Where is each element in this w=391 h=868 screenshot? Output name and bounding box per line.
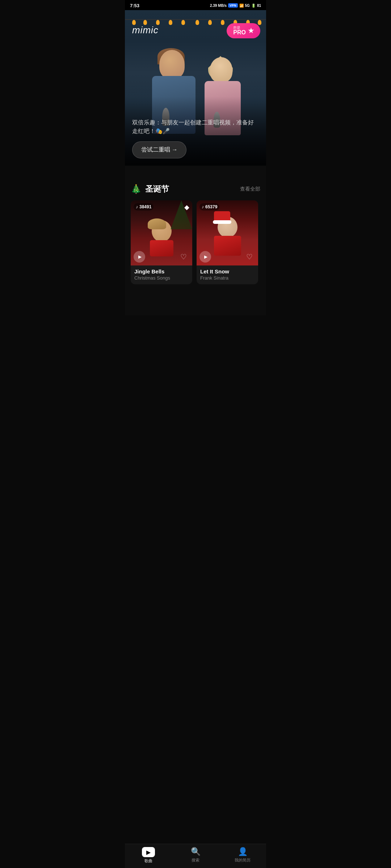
let-it-snow-actions: ▶ ♡ [199, 251, 255, 263]
battery-percent: 81 [257, 4, 261, 8]
jingle-bells-heart-button[interactable]: ♡ [178, 251, 189, 263]
jingle-bells-image: ♪ 38491 ◆ ▶ ♡ [131, 200, 192, 265]
star-icon: ★ [248, 27, 254, 35]
light-bulb [143, 20, 147, 25]
duet-button[interactable]: 尝试二重唱 → [132, 141, 186, 158]
pro-badge-text: 您是 PRO [233, 26, 246, 35]
santa-hat [214, 211, 230, 222]
let-it-snow-count: 65379 [205, 204, 217, 209]
battery-level: 🔋 [251, 4, 256, 8]
let-it-snow-play-count: ♪ 65379 [199, 203, 219, 210]
light-bulb [169, 20, 172, 25]
let-it-snow-play-button[interactable]: ▶ [199, 251, 211, 263]
status-time: 7:53 [130, 3, 139, 8]
duet-button-label: 尝试二重唱 → [141, 146, 177, 154]
view-all-button[interactable]: 查看全部 [240, 186, 260, 192]
light-bulb [181, 20, 185, 25]
jingle-bells-artist: Christmas Songs [134, 275, 189, 281]
status-bar: 7:53 2.39 MB/s VPN 📶 5G 🔋 81 [125, 0, 266, 10]
jingle-bells-play-button[interactable]: ▶ [134, 251, 145, 263]
light-bulb [208, 20, 212, 25]
status-right: 2.39 MB/s VPN 📶 5G 🔋 81 [210, 3, 261, 8]
jingle-bells-title: Jingle Bells [134, 268, 189, 275]
play-icon: ▶ [138, 254, 142, 259]
music-note-icon-2: ♪ [202, 204, 204, 209]
girl-head [210, 57, 232, 82]
jingle-bells-actions: ▶ ♡ [134, 251, 189, 263]
light-bulb [196, 20, 199, 25]
jingle-bells-play-count: ♪ 38491 [134, 203, 154, 210]
pro-label: PRO [233, 30, 246, 35]
hero-section: mimic 您是 PRO ★ 双倍乐趣：与朋友一起创建二重唱视频，准备好走红吧！… [125, 10, 266, 166]
christmas-title-text: 圣诞节 [145, 184, 169, 195]
let-it-snow-artist: Frank Sinatra [200, 275, 255, 281]
song-card-let-it-snow[interactable]: ♪ 65379 ▶ ♡ Let It Snow Frank Sinatra [197, 200, 258, 284]
signal-strength: 📶 [239, 4, 244, 8]
let-it-snow-title: Let It Snow [200, 268, 255, 275]
jingle-bells-info: Jingle Bells Christmas Songs [131, 265, 192, 284]
network-speed: 2.39 MB/s [210, 4, 227, 8]
pro-diamond-icon: ◆ [184, 203, 189, 211]
light-bulb [221, 20, 224, 25]
main-content: 🎄 圣诞节 查看全部 ♪ 38491 ◆ [125, 166, 266, 315]
let-it-snow-info: Let It Snow Frank Sinatra [197, 265, 258, 284]
hero-subtitle: 双倍乐趣：与朋友一起创建二重唱视频，准备好走红吧！🎭🎤 [132, 118, 259, 136]
christmas-section-header: 🎄 圣诞节 查看全部 [125, 176, 266, 200]
boy-head [159, 50, 185, 79]
pro-badge[interactable]: 您是 PRO ★ [227, 23, 260, 38]
light-bulb [132, 20, 136, 25]
heart-icon: ♡ [180, 252, 187, 261]
let-it-snow-image: ♪ 65379 ▶ ♡ [197, 200, 258, 265]
child-hair [148, 218, 166, 229]
heart-icon-2: ♡ [246, 252, 253, 261]
christmas-lights-wire [125, 19, 266, 20]
christmas-section-title: 🎄 圣诞节 [131, 184, 169, 195]
christmas-emoji: 🎄 [131, 184, 142, 194]
play-icon-2: ▶ [204, 254, 207, 259]
light-bulb [156, 20, 160, 25]
hero-text-overlay: 双倍乐趣：与朋友一起创建二重唱视频，准备好走红吧！🎭🎤 尝试二重唱 → [125, 97, 266, 166]
music-note-icon: ♪ [136, 204, 138, 209]
section-gap [125, 166, 266, 176]
light-bulb [258, 20, 261, 25]
mimic-logo: mimic [132, 25, 159, 36]
network-type: 5G [245, 4, 250, 8]
santa-lady-figure [211, 217, 244, 256]
song-card-jingle-bells[interactable]: ♪ 38491 ◆ ▶ ♡ Jingle Bells Christmas Son… [131, 200, 192, 284]
vpn-indicator: VPN [228, 3, 238, 8]
songs-grid: ♪ 38491 ◆ ▶ ♡ Jingle Bells Christmas Son… [125, 200, 266, 290]
jingle-bells-count: 38491 [139, 204, 151, 209]
let-it-snow-heart-button[interactable]: ♡ [244, 251, 255, 263]
